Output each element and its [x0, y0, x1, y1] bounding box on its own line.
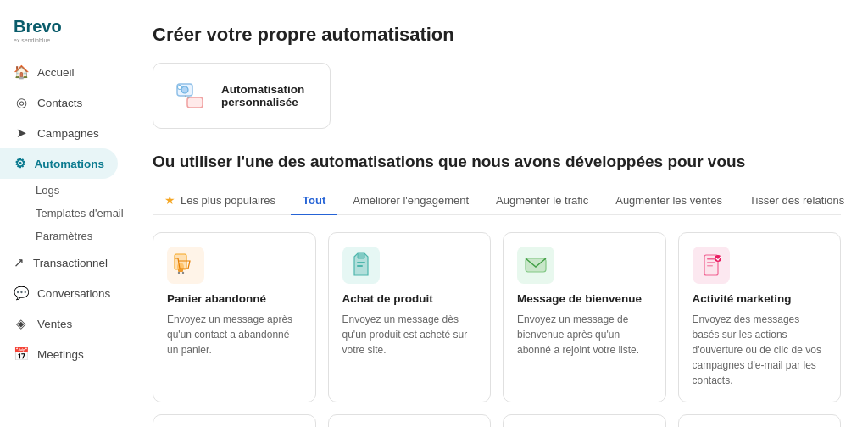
tab-engagement[interactable]: Améliorer l'engagement	[341, 187, 481, 215]
svg-rect-11	[357, 265, 363, 267]
tab-populaires[interactable]: ★ Les plus populaires	[153, 186, 287, 215]
achat-icon	[342, 247, 380, 284]
svg-rect-7	[178, 269, 183, 272]
sidebar-label-campagnes: Campagnes	[37, 127, 99, 140]
sidebar-logo: Brevo ex sendinblue	[0, 10, 125, 57]
ventes-icon: ◈	[14, 316, 29, 331]
sidebar-label-logs: Logs	[36, 184, 59, 197]
automation-card-transactionnel[interactable]: Activité transactionnelle Envoyez un mes…	[678, 414, 842, 428]
automation-card-bienvenue[interactable]: Message de bienvenue Envoyez un message …	[503, 232, 666, 402]
star-icon: ★	[164, 193, 175, 207]
svg-point-1	[181, 86, 188, 93]
bienvenue-title: Message de bienvenue	[517, 292, 652, 305]
achat-title: Achat de produit	[342, 292, 477, 305]
custom-automation-label: Automatisation personnalisée	[221, 83, 304, 108]
panier-icon	[167, 247, 204, 284]
sidebar-item-conversations[interactable]: 💬 Conversations	[0, 278, 118, 308]
panier-title: Panier abandonné	[167, 292, 302, 305]
automation-card-visite[interactable]: Visite sur la page Envoyez un message dè…	[328, 414, 492, 428]
panier-desc: Envoyez un message après qu'un contact a…	[167, 312, 302, 358]
meetings-icon: 📅	[14, 347, 29, 362]
sidebar-label-ventes: Ventes	[37, 318, 72, 330]
tab-relations[interactable]: Tisser des relations	[737, 187, 856, 215]
sidebar-item-parametres[interactable]: Paramètres	[0, 225, 125, 247]
sidebar-item-contacts[interactable]: ◎ Contacts	[0, 87, 118, 118]
sidebar-label-meetings: Meetings	[37, 348, 84, 361]
sidebar-item-logs[interactable]: Logs	[0, 179, 125, 202]
sidebar-item-meetings[interactable]: 📅 Meetings	[0, 339, 118, 369]
automation-card-panier[interactable]: Panier abandonné Envoyez un message aprè…	[153, 232, 316, 402]
transactionnel-icon: ↗	[14, 255, 25, 270]
svg-rect-16	[707, 265, 713, 267]
logo-text: Brevo	[14, 17, 62, 36]
section-title: Ou utiliser l'une des automatisations qu…	[153, 152, 841, 171]
sidebar-item-templates[interactable]: Templates d'email	[0, 202, 125, 225]
automation-card-anniversaire[interactable]: Date d'anniversaire Envoyez une série de…	[153, 414, 316, 428]
main-content: Créer votre propre automatisation Automa…	[125, 0, 868, 427]
logo-sub: ex sendinblue	[14, 37, 62, 43]
svg-point-8	[178, 271, 180, 273]
marketing-icon	[693, 247, 730, 284]
svg-point-9	[182, 271, 184, 273]
sidebar-label-accueil: Accueil	[37, 66, 75, 79]
svg-rect-14	[707, 258, 715, 260]
contacts-icon: ◎	[14, 95, 29, 110]
sidebar-item-accueil[interactable]: 🏠 Accueil	[0, 57, 118, 87]
automation-card-achat[interactable]: Achat de produit Envoyez un message dès …	[328, 232, 492, 402]
sidebar-label-templates: Templates d'email	[36, 207, 124, 219]
conversations-icon: 💬	[14, 286, 29, 301]
marketing-desc: Envoyez des messages basés sur les actio…	[693, 312, 827, 388]
automation-card-marketing[interactable]: Activité marketing Envoyez des messages …	[678, 232, 842, 402]
automation-card-evenement[interactable]: Événement sur le site Web Envoyez un mes…	[503, 414, 666, 428]
home-icon: 🏠	[14, 64, 29, 80]
tab-trafic[interactable]: Augmenter le trafic	[484, 187, 600, 215]
automation-grid: Panier abandonné Envoyez un message aprè…	[153, 232, 841, 428]
svg-point-3	[178, 86, 182, 90]
sidebar: Brevo ex sendinblue 🏠 Accueil ◎ Contacts…	[0, 0, 125, 427]
sidebar-label-parametres: Paramètres	[36, 230, 92, 242]
sidebar-label-conversations: Conversations	[37, 287, 110, 300]
automations-icon: ⚙	[14, 156, 26, 171]
sidebar-label-transactionnel: Transactionnel	[33, 257, 108, 269]
logo-brevo: Brevo	[14, 17, 62, 36]
campagnes-icon: ➤	[14, 125, 29, 141]
custom-automation-icon	[172, 77, 209, 114]
bienvenue-desc: Envoyez un message de bienvenue après qu…	[517, 312, 652, 358]
tab-tout[interactable]: Tout	[291, 187, 337, 215]
tabs-bar: ★ Les plus populaires Tout Améliorer l'e…	[153, 186, 841, 215]
svg-rect-2	[187, 97, 203, 108]
sidebar-item-transactionnel[interactable]: ↗ Transactionnel	[0, 247, 118, 278]
sidebar-label-contacts: Contacts	[37, 97, 82, 109]
svg-rect-10	[357, 262, 365, 263]
tab-ventes[interactable]: Augmenter les ventes	[604, 187, 734, 215]
sidebar-item-ventes[interactable]: ◈ Ventes	[0, 308, 118, 339]
page-title: Créer votre propre automatisation	[153, 24, 841, 46]
custom-automation-card[interactable]: Automatisation personnalisée	[153, 63, 331, 129]
sidebar-item-campagnes[interactable]: ➤ Campagnes	[0, 118, 118, 148]
bienvenue-icon	[517, 247, 554, 284]
marketing-title: Activité marketing	[693, 292, 827, 305]
sidebar-label-automations: Automations	[35, 158, 105, 170]
achat-desc: Envoyez un message dès qu'un produit est…	[342, 312, 477, 358]
sidebar-item-automations[interactable]: ⚙ Automations	[0, 148, 118, 179]
svg-rect-15	[707, 262, 715, 263]
